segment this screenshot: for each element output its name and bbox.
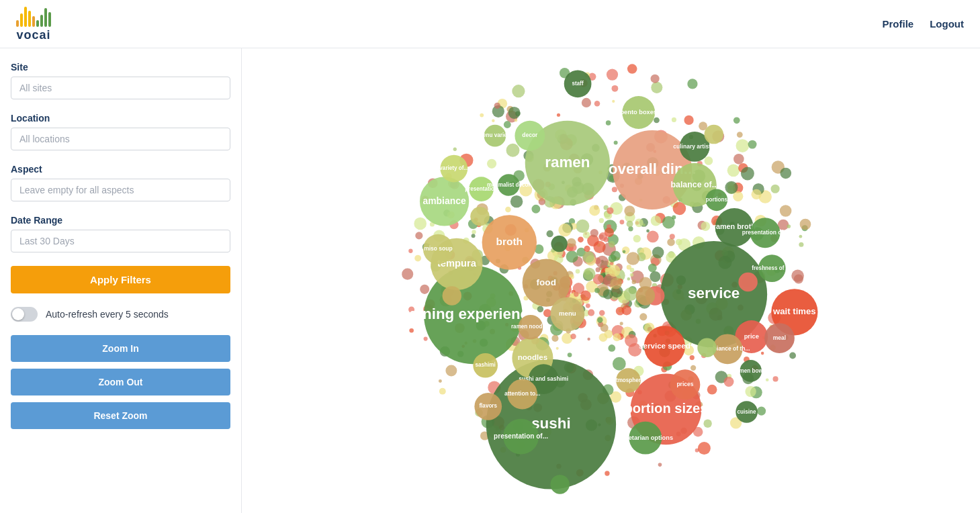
svg-text:cuisine: cuisine [737,409,756,415]
svg-point-401 [669,234,674,239]
main-layout: Site Location Aspect Date Range Apply Fi… [0,48,980,513]
svg-point-558 [605,268,609,272]
svg-text:food: food [536,277,555,287]
svg-point-315 [793,274,803,283]
svg-text:menu variety: menu variety [478,132,512,138]
svg-point-691 [551,236,567,252]
svg-point-540 [626,252,639,265]
svg-point-537 [652,246,663,258]
svg-point-314 [445,365,457,377]
svg-point-544 [414,218,427,230]
toggle-knob [12,308,24,320]
svg-point-529 [589,205,600,216]
svg-point-50 [402,269,413,280]
svg-point-91 [765,378,768,381]
svg-point-592 [584,246,590,252]
svg-point-588 [612,100,615,103]
svg-point-162 [613,141,617,145]
svg-text:bento boxes: bento boxes [620,109,657,115]
date-range-label: Date Range [11,215,230,226]
svg-point-508 [625,334,637,347]
svg-point-145 [480,113,484,118]
svg-text:portions: portions [705,197,727,203]
svg-point-415 [585,304,590,308]
svg-point-368 [667,238,675,246]
auto-refresh-label: Auto-refresh every 5 seconds [46,309,169,320]
site-input[interactable] [11,77,230,99]
profile-link[interactable]: Profile [883,18,914,30]
svg-text:ramen: ramen [545,154,590,171]
svg-point-688 [550,475,570,494]
svg-point-55 [727,165,740,177]
svg-point-344 [494,103,500,109]
site-label: Site [11,62,230,73]
sidebar: Site Location Aspect Date Range Apply Fi… [0,48,242,513]
svg-point-416 [570,334,576,339]
zoom-in-button[interactable]: Zoom In [11,335,230,362]
svg-point-311 [606,68,617,80]
svg-point-105 [415,232,422,239]
header-nav: Profile Logout [883,18,965,30]
svg-text:staff: staff [572,81,583,87]
svg-point-574 [725,181,738,194]
date-range-input[interactable] [11,230,230,252]
svg-point-341 [733,154,744,165]
svg-point-259 [687,79,697,89]
svg-point-520 [647,231,659,243]
svg-point-693 [704,125,723,144]
svg-text:service speed: service speed [639,341,691,350]
svg-text:presentation of...: presentation of... [742,229,787,236]
svg-point-580 [770,185,779,193]
svg-point-291 [779,205,791,217]
svg-point-463 [590,229,598,237]
svg-point-281 [613,333,621,341]
svg-point-256 [760,352,764,355]
svg-point-572 [697,442,710,455]
svg-point-565 [558,224,571,236]
svg-point-186 [662,216,674,229]
svg-text:atmosphere: atmosphere [613,377,644,383]
apply-filters-button[interactable]: Apply Filters [11,266,230,293]
svg-point-78 [423,337,427,341]
svg-point-273 [707,385,717,395]
svg-point-686 [635,286,655,306]
svg-point-476 [621,246,629,254]
svg-text:dining experience: dining experience [409,306,537,322]
svg-point-421 [704,156,713,165]
aspect-input[interactable] [11,179,230,201]
svg-text:noodles: noodles [517,353,547,361]
svg-text:balance of...: balance of... [670,180,719,189]
svg-point-546 [626,221,633,228]
svg-point-158 [612,357,625,371]
svg-point-295 [594,101,600,107]
svg-point-130 [736,139,749,152]
svg-text:wait times: wait times [772,306,816,316]
svg-point-362 [675,239,682,246]
svg-point-563 [598,218,603,223]
svg-text:miso soup: miso soup [424,245,453,252]
svg-point-141 [684,115,693,125]
svg-text:attention to...: attention to... [504,390,539,397]
svg-point-515 [556,113,560,117]
svg-point-564 [701,222,710,231]
svg-point-457 [471,234,475,238]
svg-point-83 [438,379,441,383]
svg-point-467 [748,140,756,149]
svg-point-450 [503,121,510,128]
logout-link[interactable]: Logout [930,18,964,30]
svg-point-353 [745,386,756,397]
svg-point-536 [635,219,643,228]
zoom-out-button[interactable]: Zoom Out [11,369,230,395]
location-filter-group: Location [11,113,230,150]
reset-zoom-button[interactable]: Reset Zoom [11,402,230,429]
svg-point-414 [736,132,742,138]
svg-point-582 [623,287,637,301]
svg-point-70 [619,220,624,224]
svg-point-360 [629,273,633,277]
location-input[interactable] [11,128,230,150]
svg-text:presentation of...: presentation of... [494,432,548,440]
bubble-chart: sushiservicedining experienceramenoveral… [349,55,873,506]
svg-point-337 [733,117,740,124]
auto-refresh-toggle[interactable] [11,307,38,322]
svg-text:sushi: sushi [531,415,570,432]
